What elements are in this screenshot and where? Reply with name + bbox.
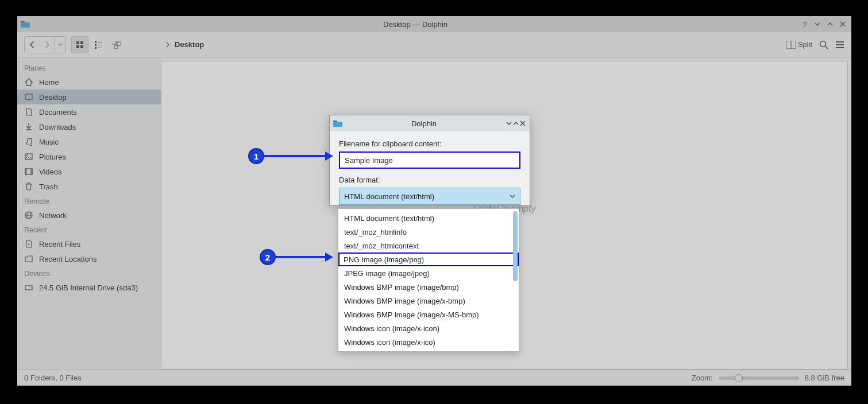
sidebar-item-desktop[interactable]: Desktop	[17, 90, 161, 104]
svg-point-15	[820, 41, 826, 46]
svg-rect-10	[113, 41, 116, 44]
help-button[interactable]: ?	[800, 19, 810, 29]
svg-rect-7	[98, 45, 102, 45]
back-button[interactable]	[25, 37, 40, 53]
split-button[interactable]: Split	[786, 40, 812, 49]
sidebar-item-label: Recent Files	[39, 240, 80, 248]
breadcrumb-current[interactable]: Desktop	[175, 40, 204, 49]
sidebar-item-home[interactable]: Home	[17, 75, 161, 90]
forward-button[interactable]	[40, 37, 55, 53]
sidebar-item-videos[interactable]: Videos	[17, 164, 161, 179]
dropdown-option[interactable]: text/_moz_htmlinfo	[338, 225, 519, 239]
svg-rect-2	[76, 45, 79, 48]
svg-rect-8	[95, 47, 97, 49]
remote-heading: Remote	[17, 194, 161, 208]
nav-history-dropdown[interactable]	[55, 37, 65, 53]
dropdown-option[interactable]: PNG image (image/png)	[338, 252, 519, 266]
sidebar-item-recent-files[interactable]: Recent Files	[17, 236, 161, 251]
zoom-thumb[interactable]	[735, 374, 743, 382]
pictures-icon	[24, 152, 33, 161]
menu-button[interactable]	[835, 41, 844, 49]
sidebar-item-label: Music	[39, 138, 59, 146]
nav-buttons	[24, 36, 65, 53]
search-icon	[819, 40, 828, 49]
svg-rect-25	[25, 169, 26, 174]
dropdown-option[interactable]: HTML document (text/html)	[338, 211, 519, 225]
sidebar-item-internal-drive[interactable]: 24.5 GiB Internal Drive (sda3)	[17, 280, 161, 295]
sidebar-item-recent-locations[interactable]: Recent Locations	[17, 251, 161, 266]
minimize-button[interactable]	[812, 19, 823, 29]
dropdown-option[interactable]: text/_moz_htmlcontext	[338, 239, 519, 252]
dropdown-option[interactable]: JPEG image (image/jpeg)	[338, 266, 519, 280]
svg-point-31	[30, 288, 32, 289]
zoom-slider[interactable]	[719, 376, 799, 380]
dialog-titlebar: Dolphin	[330, 115, 530, 131]
devices-heading: Devices	[17, 266, 161, 280]
recent-locations-icon	[24, 254, 33, 263]
dialog-minimize-button[interactable]	[506, 120, 512, 127]
dialog-close-button[interactable]	[519, 120, 526, 127]
dropdown-option[interactable]: Windows BMP image (image/x-MS-bmp)	[338, 308, 519, 321]
svg-rect-9	[98, 48, 102, 48]
detail-view-button[interactable]	[108, 36, 125, 53]
compact-view-button[interactable]	[90, 36, 107, 53]
folder-icon	[21, 21, 33, 28]
titlebar: Desktop — Dolphin ?	[17, 16, 851, 32]
network-icon	[24, 211, 33, 220]
status-items: 0 Folders, 0 Files	[24, 374, 82, 382]
sidebar-item-documents[interactable]: Documents	[17, 104, 161, 119]
zoom-label: Zoom:	[692, 374, 713, 382]
sidebar-item-network[interactable]: Network	[17, 208, 161, 223]
home-icon	[24, 77, 33, 87]
download-icon	[24, 122, 33, 131]
svg-rect-6	[95, 44, 97, 46]
maximize-button[interactable]	[825, 19, 835, 29]
sidebar-item-label: Downloads	[39, 123, 76, 131]
trash-icon	[24, 182, 33, 191]
svg-rect-0	[76, 41, 79, 44]
hamburger-icon	[835, 41, 844, 49]
videos-icon	[24, 167, 33, 176]
svg-point-23	[26, 155, 28, 156]
dropdown-scrollbar[interactable]	[513, 211, 518, 281]
svg-rect-5	[98, 42, 102, 42]
format-label: Data format:	[339, 176, 520, 184]
annotation-2: 2	[260, 249, 334, 265]
search-button[interactable]	[819, 40, 828, 49]
desktop-icon	[24, 92, 33, 102]
format-combobox[interactable]: HTML document (text/html)	[339, 188, 520, 205]
sidebar-item-label: Network	[39, 211, 67, 220]
filename-input[interactable]	[339, 152, 520, 169]
dropdown-option[interactable]: Windows BMP image (image/x-bmp)	[338, 294, 519, 308]
recent-heading: Recent	[17, 223, 161, 236]
svg-rect-4	[95, 41, 97, 43]
sidebar-item-trash[interactable]: Trash	[17, 179, 161, 194]
places-panel: Places Home Desktop Documents Downloads …	[17, 57, 161, 370]
split-label: Split	[798, 40, 812, 49]
dropdown-option[interactable]: Windows BMP image (image/bmp)	[338, 280, 519, 294]
view-mode-buttons	[71, 36, 125, 53]
music-icon	[24, 137, 33, 146]
svg-rect-12	[114, 45, 118, 49]
combo-selected-text: HTML document (text/html)	[344, 192, 434, 201]
document-icon	[24, 107, 33, 116]
dialog-maximize-button[interactable]	[512, 120, 519, 127]
sidebar-item-music[interactable]: Music	[17, 134, 161, 149]
annotation-badge: 1	[248, 148, 264, 164]
dropdown-option[interactable]: Windows icon (image/x-icon)	[338, 321, 519, 335]
sidebar-item-label: Recent Locations	[39, 255, 97, 263]
annotation-badge: 2	[260, 249, 276, 265]
sidebar-item-downloads[interactable]: Downloads	[17, 119, 161, 134]
breadcrumb[interactable]: Desktop	[165, 40, 204, 49]
format-dropdown-list: HTML document (text/html)text/_moz_htmli…	[338, 208, 519, 352]
clipboard-paste-dialog: Dolphin Filename for clipboard content: …	[329, 115, 530, 205]
statusbar: 0 Folders, 0 Files Zoom: 8.8 GiB free	[17, 370, 851, 386]
dialog-title: Dolphin	[342, 119, 506, 128]
icon-view-button[interactable]	[71, 36, 88, 53]
folder-icon	[333, 120, 342, 127]
free-space: 8.8 GiB free	[805, 374, 844, 382]
dropdown-option[interactable]: Windows icon (image/x-ico)	[338, 335, 519, 349]
sidebar-item-pictures[interactable]: Pictures	[17, 149, 161, 164]
close-button[interactable]	[838, 19, 848, 29]
places-heading: Places	[17, 61, 161, 75]
